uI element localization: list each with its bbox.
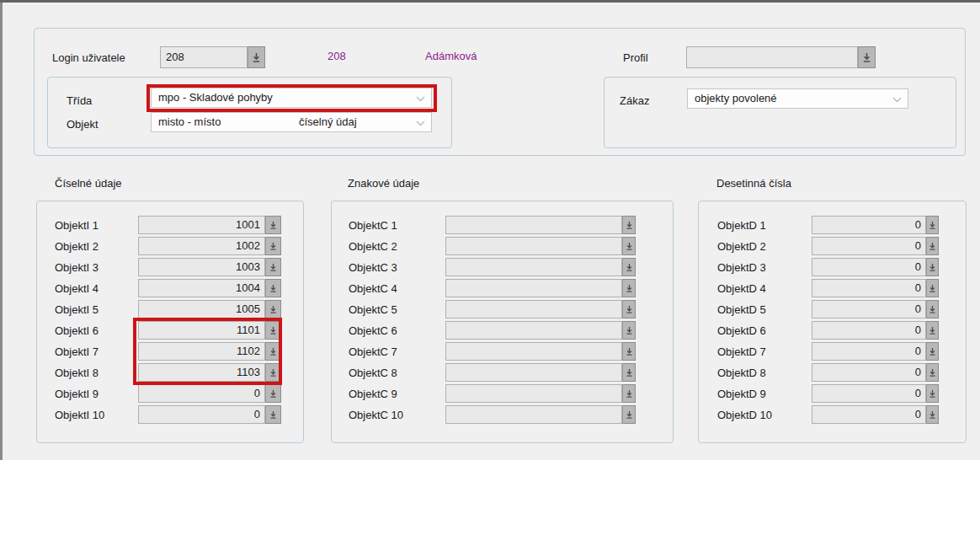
table-row: ObjektC 9 — [332, 384, 673, 403]
znakove-row-value-field[interactable] — [445, 258, 622, 276]
desetinna-row-spinner-button[interactable] — [926, 237, 939, 255]
znakove-row-value-field[interactable] — [445, 342, 622, 361]
ciselne-row-value-field[interactable]: 1005 — [138, 300, 265, 318]
chevron-down-icon — [416, 120, 425, 126]
spinner-down-icon — [929, 389, 936, 399]
desetinna-row-spinner-button[interactable] — [926, 216, 939, 234]
ciselne-row-value-field[interactable]: 1103 — [138, 363, 265, 382]
table-row: ObjektD 90 — [699, 384, 966, 403]
desetinna-row-value-field[interactable]: 0 — [812, 342, 926, 361]
table-row: ObjektI 90 — [37, 384, 303, 403]
ciselne-row-spinner-button[interactable] — [265, 258, 281, 276]
login-field[interactable]: 208 — [160, 46, 265, 68]
desetinna-row-value-field[interactable]: 0 — [812, 321, 926, 340]
objekt-label: Objekt — [67, 118, 99, 131]
desetinna-row-value-field[interactable]: 0 — [812, 405, 926, 424]
spinner-down-icon — [626, 410, 633, 420]
spinner-down-icon — [929, 410, 936, 420]
znakove-row-value-field[interactable] — [445, 216, 622, 234]
objekt-value-right: číselný údaj — [299, 113, 357, 131]
desetinna-row-spinner-button[interactable] — [926, 279, 939, 297]
desetinna-row-value-field[interactable]: 0 — [812, 300, 926, 318]
znakove-row-spinner-button[interactable] — [622, 258, 636, 276]
ciselne-row-value-field[interactable]: 1003 — [138, 258, 265, 276]
spinner-down-icon — [862, 52, 871, 63]
znakove-row-value-field[interactable] — [445, 384, 622, 403]
profil-spinner-button[interactable] — [858, 46, 876, 68]
heading-znakove-udaje: Znakové údaje — [348, 177, 419, 190]
spinner-down-icon — [269, 305, 277, 314]
desetinna-row-spinner-button[interactable] — [926, 363, 939, 382]
znakove-row-label: ObjektC 4 — [349, 282, 445, 295]
desetinna-row-spinner-button[interactable] — [926, 300, 939, 318]
znakove-row-label: ObjektC 3 — [349, 261, 445, 274]
spinner-down-icon — [929, 347, 936, 356]
ciselne-row-spinner-button[interactable] — [265, 300, 281, 318]
znakove-row-spinner-button[interactable] — [622, 321, 636, 340]
ciselne-row-value-field[interactable]: 1101 — [138, 321, 265, 340]
ciselne-row-spinner-button[interactable] — [265, 342, 281, 361]
table-row: ObjektD 20 — [699, 237, 966, 255]
desetinna-row-value-field[interactable]: 0 — [812, 258, 926, 276]
zakaz-dropdown[interactable]: objekty povolené — [687, 88, 908, 109]
spinner-down-icon — [269, 221, 277, 230]
profil-input[interactable] — [686, 46, 858, 68]
ciselne-row-spinner-button[interactable] — [265, 321, 281, 340]
login-input[interactable]: 208 — [160, 46, 248, 68]
table-row: ObjektD 80 — [699, 363, 966, 382]
ciselne-row-spinner-button[interactable] — [265, 279, 281, 297]
table-row: ObjektC 10 — [332, 405, 673, 424]
ciselne-row-spinner-button[interactable] — [265, 363, 281, 382]
znakove-row-spinner-button[interactable] — [622, 279, 636, 297]
ciselne-row-value-field[interactable]: 1102 — [138, 342, 265, 361]
login-spinner-button[interactable] — [248, 46, 265, 68]
ciselne-row-value-field[interactable]: 1002 — [138, 237, 265, 255]
spinner-down-icon — [269, 389, 277, 399]
znakove-row-value-field[interactable] — [445, 300, 622, 318]
desetinna-row-value-field[interactable]: 0 — [812, 216, 926, 234]
ciselne-row-value-field[interactable]: 1001 — [138, 216, 265, 234]
heading-desetinna-cisla: Desetinná čísla — [716, 177, 791, 190]
window-left-border — [0, 3, 3, 460]
spinner-down-icon — [252, 52, 261, 63]
znakove-row-spinner-button[interactable] — [622, 363, 636, 382]
desetinna-row-spinner-button[interactable] — [926, 321, 939, 340]
znakove-row-value-field[interactable] — [445, 279, 622, 297]
znakove-row-value-field[interactable] — [445, 405, 622, 424]
znakove-row-spinner-button[interactable] — [622, 216, 636, 234]
desetinna-row-value-field[interactable]: 0 — [812, 237, 926, 255]
znakove-row-label: ObjektC 6 — [349, 324, 445, 337]
desetinna-row-spinner-button[interactable] — [926, 384, 939, 403]
desetinna-row-value-field[interactable]: 0 — [812, 363, 926, 382]
desetinna-row-value-field[interactable]: 0 — [812, 279, 926, 297]
desetinna-row-spinner-button[interactable] — [926, 342, 939, 361]
table-row: ObjektI 71102 — [37, 342, 303, 361]
znakove-row-value-field[interactable] — [445, 237, 622, 255]
ciselne-row-spinner-button[interactable] — [265, 384, 281, 403]
spinner-down-icon — [929, 284, 936, 293]
znakove-row-value-field[interactable] — [445, 321, 622, 340]
znakove-row-spinner-button[interactable] — [622, 405, 636, 424]
znakove-row-value-field[interactable] — [445, 363, 622, 382]
page: Login uživatele 208 208 Adámková Profil … — [0, 0, 980, 546]
trida-dropdown[interactable]: mpo - Skladové pohyby — [151, 88, 432, 108]
ciselne-row-value-field[interactable]: 1004 — [138, 279, 265, 297]
znakove-row-spinner-button[interactable] — [622, 237, 636, 255]
ciselne-row-spinner-button[interactable] — [265, 237, 281, 255]
znakove-row-spinner-button[interactable] — [622, 300, 636, 318]
znakove-row-spinner-button[interactable] — [622, 384, 636, 403]
profil-field[interactable] — [686, 46, 876, 68]
objekt-dropdown[interactable]: misto - místo číselný údaj — [151, 112, 432, 132]
spinner-down-icon — [626, 263, 633, 272]
desetinna-row-spinner-button[interactable] — [926, 258, 939, 276]
table-row: ObjektC 7 — [332, 342, 673, 361]
ciselne-row-value-field[interactable]: 0 — [138, 405, 265, 424]
desetinna-row-spinner-button[interactable] — [926, 405, 939, 424]
desetinna-row-value-field[interactable]: 0 — [812, 384, 926, 403]
ciselne-row-spinner-button[interactable] — [265, 405, 281, 424]
znakove-row-spinner-button[interactable] — [622, 342, 636, 361]
class-groupbox: Třída mpo - Skladové pohyby Objekt misto… — [47, 77, 452, 148]
ciselne-row-value-field[interactable]: 0 — [138, 384, 265, 403]
ciselne-row-spinner-button[interactable] — [265, 216, 281, 234]
spinner-down-icon — [269, 347, 277, 356]
